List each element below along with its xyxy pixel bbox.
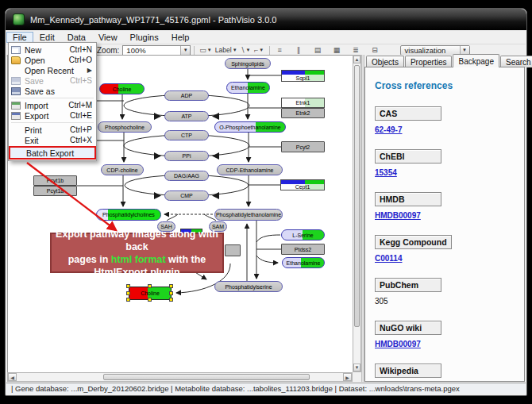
menu-file[interactable]: File	[6, 32, 33, 43]
align-tool-icon[interactable]: ∥	[292, 45, 306, 56]
pathway-node-o-phosphoethanolamine[interactable]: O-Phosphoethanolamine	[214, 121, 286, 133]
label-tool-button[interactable]: Label▼	[214, 45, 239, 56]
menu-plugins[interactable]: Plugins	[124, 32, 165, 43]
pathway-node-adp[interactable]: ADP	[164, 90, 209, 101]
selection-handle[interactable]	[148, 284, 152, 288]
file-menu-item-open[interactable]: OpenCtrl+O	[9, 55, 96, 65]
menu-edit[interactable]: Edit	[33, 32, 61, 43]
selection-handle[interactable]	[148, 298, 152, 302]
menu-view[interactable]: View	[92, 32, 124, 43]
xref-link[interactable]: C00114	[375, 254, 515, 263]
pathway-node-pcyt1a[interactable]: Pcyt1a	[33, 186, 77, 196]
xref-database-header[interactable]: Wikipedia	[375, 364, 441, 378]
xref-database-header[interactable]: Kegg Compound	[375, 235, 452, 249]
file-menu-item-exit[interactable]: ExitCtrl+X	[9, 135, 96, 145]
pathway-node-cdp-choline[interactable]: CDP-choline	[101, 164, 144, 175]
gene-node-tool-icon[interactable]: ▭▼	[198, 45, 213, 56]
scroll-up-arrow-icon[interactable]: ▲	[353, 56, 360, 63]
pathway-node-atp[interactable]: ATP	[164, 111, 209, 121]
menu-separator	[11, 122, 94, 123]
zoom-combobox[interactable]: 100% ▼	[122, 45, 191, 56]
pathway-node-pcyt1b[interactable]: Pcyt1b	[33, 175, 77, 186]
canvas-horizontal-scrollbar[interactable]: ◀ ▶	[7, 372, 353, 382]
sidebar-splitter[interactable]	[361, 55, 364, 382]
pathway-node-sgpl1[interactable]: Sgpl1	[281, 70, 325, 82]
xref-link[interactable]: 15354	[375, 168, 515, 177]
menu-item-label: Save as	[25, 87, 55, 96]
canvas-vertical-scrollbar[interactable]: ▲ ▼	[353, 55, 361, 372]
page-setup-icon[interactable]: ⊟	[368, 45, 382, 56]
scroll-left-arrow-icon[interactable]: ◀	[8, 373, 17, 381]
no-icon	[11, 126, 21, 134]
pathway-node-phosphatidylserine[interactable]: Phosphatidylserine	[214, 281, 283, 292]
scroll-right-arrow-icon[interactable]: ▶	[343, 373, 352, 381]
stack-horizontal-icon[interactable]: ▤	[311, 45, 325, 56]
pathway-node-ptdss2[interactable]: Ptdss2	[281, 244, 325, 255]
selection-handle[interactable]	[169, 298, 173, 302]
stamp-tool-icon[interactable]: ≡	[273, 45, 287, 56]
xref-link[interactable]: HMDB00097	[375, 211, 515, 220]
zoom-dropdown-arrow-icon[interactable]: ▼	[180, 46, 190, 55]
xref-link[interactable]: HMDB00097	[375, 340, 515, 348]
stack-vertical-icon[interactable]: ▦	[330, 45, 344, 56]
menu-item-label: Exit	[25, 136, 39, 145]
file-menu-item-new[interactable]: NewCtrl+N	[9, 44, 96, 55]
pathway-node-dag-aag[interactable]: DAG/AAG	[164, 171, 209, 181]
tab-properties[interactable]: Properties	[405, 56, 453, 67]
title-bar[interactable]: Mm_Kennedy_pathway_WP1771_45176.gpml - P…	[6, 9, 526, 30]
visualization-dropdown-arrow-icon[interactable]: ▼	[460, 46, 469, 55]
pathway-node-ctp[interactable]: CTP	[164, 130, 209, 140]
selection-handle[interactable]	[126, 284, 130, 288]
pathway-node-choline[interactable]: Choline	[99, 83, 145, 94]
pathway-node-sphingolipids[interactable]: Sphingolipids	[225, 58, 271, 69]
scroll-down-arrow-icon[interactable]: ▼	[353, 364, 360, 371]
window-title: Mm_Kennedy_pathway_WP1771_45176.gpml - P…	[30, 15, 276, 25]
pathway-node-gene[interactable]	[225, 244, 241, 256]
tab-backpage[interactable]: Backpage	[453, 54, 499, 67]
pathway-node-phosphocholine[interactable]: Phosphocholine	[98, 121, 152, 133]
selection-handle[interactable]	[169, 291, 173, 295]
file-menu-item-import[interactable]: ImportCtrl+M	[9, 100, 96, 110]
file-menu-item-save-as[interactable]: Save as	[9, 86, 96, 96]
pathway-node-l-serine[interactable]: L-Serine	[281, 229, 325, 240]
selection-handle[interactable]	[126, 298, 130, 302]
callout-text: Export pathway images along with back	[56, 229, 218, 252]
xref-database-header[interactable]: PubChem	[375, 278, 441, 292]
menu-item-shortcut: Ctrl+N	[69, 45, 92, 54]
pathway-node-ethanolamine[interactable]: Ethanolamine	[226, 82, 270, 94]
line-tool-icon[interactable]: ∖▼	[239, 45, 253, 56]
horizontal-scroll-thumb[interactable]	[103, 374, 310, 380]
xref-database-header[interactable]: ChEBI	[375, 149, 441, 164]
file-menu-item-print[interactable]: PrintCtrl+P	[9, 125, 96, 135]
xref-database-header[interactable]: HMDB	[375, 192, 441, 206]
pathway-node-cmp[interactable]: CMP	[164, 190, 209, 201]
pathway-node-cept1[interactable]: Cept1	[280, 179, 325, 190]
selection-handle[interactable]	[126, 291, 130, 295]
pathway-node-phosphatidylcholines[interactable]: Phosphatidylcholines	[96, 209, 161, 221]
file-menu-item-batch-export[interactable]: Batch Export	[10, 148, 94, 158]
file-menu-item-open-recent[interactable]: Open Recent▶	[9, 65, 96, 75]
pathway-node-etnk1[interactable]: Etnk1	[281, 98, 325, 108]
menu-help[interactable]: Help	[165, 32, 196, 43]
printer-icon[interactable]: ≣	[349, 45, 363, 56]
pathway-node-etnk2[interactable]: Etnk2	[281, 108, 325, 118]
pathway-node-ethanolamine[interactable]: Ethanolamine	[282, 257, 325, 268]
file-menu-item-export[interactable]: ExportCtrl+E	[9, 110, 96, 121]
pathway-node-cdp-ethanolamine[interactable]: CDP-Ethanolamine	[217, 164, 283, 175]
xref-database-header[interactable]: CAS	[375, 106, 441, 121]
menu-data[interactable]: Data	[61, 32, 92, 43]
menu-separator	[11, 98, 94, 98]
pathway-node-ppi[interactable]: PPi	[164, 151, 209, 161]
file-menu-item-save[interactable]: SaveCtrl+S	[9, 75, 96, 86]
connector-tool-icon[interactable]: ⌐▼	[253, 45, 266, 56]
pathway-node-phosphatidylethanolamine[interactable]: Phosphatidylethanolamine	[214, 209, 283, 221]
xref-database-header[interactable]: NuGO wiki	[375, 321, 441, 335]
file-menu: NewCtrl+NOpenCtrl+OOpen Recent▶SaveCtrl+…	[8, 42, 97, 161]
selection-handle[interactable]	[169, 284, 173, 288]
vertical-scroll-thumb[interactable]	[354, 65, 360, 327]
menu-item-shortcut: Ctrl+P	[70, 125, 92, 134]
tab-objects[interactable]: Objects	[366, 56, 404, 67]
xref-link[interactable]: 62-49-7	[375, 125, 515, 134]
pathway-node-pcyt2[interactable]: Pcyt2	[281, 141, 325, 152]
tab-search[interactable]: Search	[500, 56, 532, 67]
